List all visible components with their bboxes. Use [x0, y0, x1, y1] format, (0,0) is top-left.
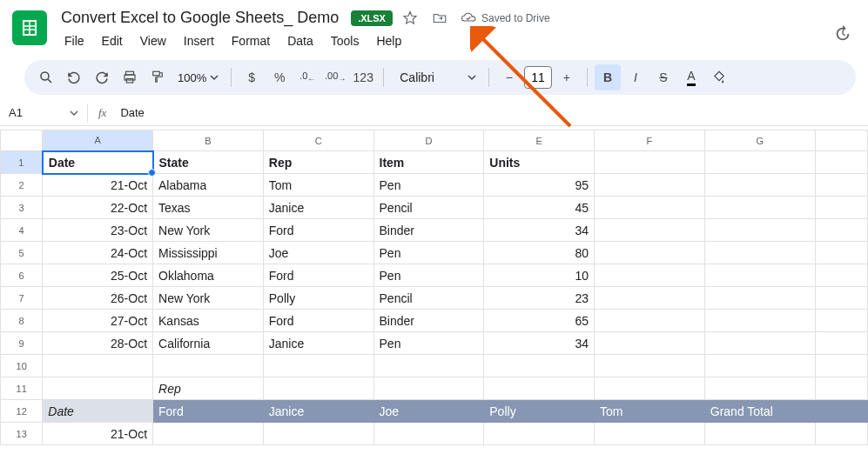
cell[interactable] [815, 377, 867, 400]
cell[interactable] [815, 332, 867, 355]
undo-icon[interactable] [61, 64, 87, 90]
cell[interactable]: Date [43, 151, 153, 174]
cell[interactable]: Oklahoma [153, 264, 264, 287]
row-header-3[interactable]: 3 [1, 197, 43, 219]
row-header-13[interactable]: 13 [1, 423, 43, 445]
cell[interactable]: 95 [484, 174, 595, 197]
cell[interactable] [484, 423, 595, 445]
cell[interactable]: Janice [263, 332, 373, 355]
col-header-c[interactable]: C [263, 130, 373, 151]
percent-button[interactable]: % [266, 64, 293, 90]
cell[interactable] [153, 355, 264, 377]
row-header-7[interactable]: 7 [1, 287, 43, 310]
cell[interactable]: 80 [484, 242, 595, 264]
cell[interactable]: 22-Oct [43, 197, 153, 219]
cell[interactable] [263, 355, 373, 377]
spreadsheet-grid[interactable]: A B C D E F G 1 Date State Rep Item Unit… [0, 130, 868, 445]
cell[interactable]: Pencil [373, 197, 484, 219]
cell[interactable] [704, 219, 815, 242]
cell[interactable] [595, 151, 705, 174]
menu-insert[interactable]: Insert [177, 30, 221, 51]
fill-color-button[interactable] [706, 64, 732, 90]
cell[interactable]: Mississippi [153, 242, 264, 264]
cell[interactable] [373, 423, 484, 445]
zoom-dropdown[interactable]: 100% [172, 71, 224, 84]
cell[interactable]: 28-Oct [43, 332, 153, 355]
cell[interactable] [484, 355, 595, 377]
cell[interactable]: Ford [263, 219, 373, 242]
cell[interactable]: Ford [263, 310, 373, 332]
cell[interactable]: 21-Oct [43, 423, 153, 445]
cell[interactable]: Tom [595, 400, 705, 423]
cell[interactable]: 23-Oct [43, 219, 153, 242]
cell[interactable]: 34 [484, 332, 595, 355]
cell[interactable]: Item [373, 151, 484, 174]
font-dropdown[interactable]: Calibri [391, 70, 481, 84]
cell[interactable] [263, 377, 373, 400]
cell[interactable]: Pen [373, 174, 484, 197]
cell[interactable]: Polly [263, 287, 373, 310]
font-size-input[interactable] [524, 66, 552, 89]
cell[interactable]: Rep [153, 377, 264, 400]
cell[interactable]: Pen [373, 332, 484, 355]
cell[interactable] [815, 400, 867, 423]
cell[interactable] [153, 423, 264, 445]
cell[interactable] [595, 310, 705, 332]
row-header-2[interactable]: 2 [1, 174, 43, 197]
cell[interactable]: Texas [153, 197, 264, 219]
menu-format[interactable]: Format [225, 30, 277, 51]
paint-format-icon[interactable] [145, 64, 171, 90]
cell[interactable] [595, 242, 705, 264]
search-icon[interactable] [33, 64, 59, 90]
cell[interactable]: 34 [484, 219, 595, 242]
font-size-plus[interactable]: + [554, 64, 580, 90]
font-size-minus[interactable]: − [496, 64, 522, 90]
history-icon[interactable] [833, 24, 852, 46]
cell[interactable]: Grand Total [704, 400, 815, 423]
cell[interactable]: State [153, 151, 264, 174]
row-header-8[interactable]: 8 [1, 310, 43, 332]
cell[interactable] [815, 197, 867, 219]
cell[interactable]: Pen [373, 264, 484, 287]
col-header-g[interactable]: G [704, 130, 815, 151]
col-header-e[interactable]: E [484, 130, 595, 151]
cell[interactable]: Binder [373, 310, 484, 332]
cell[interactable] [43, 355, 153, 377]
cell[interactable] [704, 355, 815, 377]
cell-reference-box[interactable]: A1 [0, 106, 87, 119]
row-header-9[interactable]: 9 [1, 332, 43, 355]
cell[interactable]: Binder [373, 219, 484, 242]
cell[interactable]: Polly [484, 400, 595, 423]
cell[interactable]: Joe [263, 242, 373, 264]
format-123-button[interactable]: 123 [350, 64, 376, 90]
cell[interactable]: 21-Oct [43, 174, 153, 197]
select-all-corner[interactable] [1, 130, 43, 151]
cell[interactable] [595, 174, 705, 197]
cell[interactable] [595, 287, 705, 310]
col-header-d[interactable]: D [373, 130, 484, 151]
cell[interactable]: 26-Oct [43, 287, 153, 310]
decrease-decimal-icon[interactable]: .0← [294, 64, 320, 90]
cell[interactable] [704, 423, 815, 445]
cell[interactable]: Janice [263, 197, 373, 219]
cell[interactable] [704, 174, 815, 197]
menu-tools[interactable]: Tools [324, 30, 367, 51]
cell[interactable]: Joe [373, 400, 484, 423]
cell[interactable]: Pencil [373, 287, 484, 310]
cell[interactable] [595, 355, 705, 377]
cell[interactable] [595, 197, 705, 219]
cell[interactable] [815, 242, 867, 264]
cell[interactable] [815, 174, 867, 197]
cell[interactable] [373, 355, 484, 377]
cell[interactable]: New York [153, 219, 264, 242]
print-icon[interactable] [117, 64, 143, 90]
redo-icon[interactable] [89, 64, 115, 90]
cell[interactable]: Date [43, 400, 153, 423]
star-icon[interactable] [401, 10, 419, 27]
cell[interactable]: 65 [484, 310, 595, 332]
cell[interactable]: 10 [484, 264, 595, 287]
doc-title[interactable]: Convert Excel to Google Sheets_ Demo [57, 7, 342, 29]
cell[interactable] [43, 377, 153, 400]
cell[interactable]: Rep [263, 151, 373, 174]
cell[interactable]: 25-Oct [43, 264, 153, 287]
